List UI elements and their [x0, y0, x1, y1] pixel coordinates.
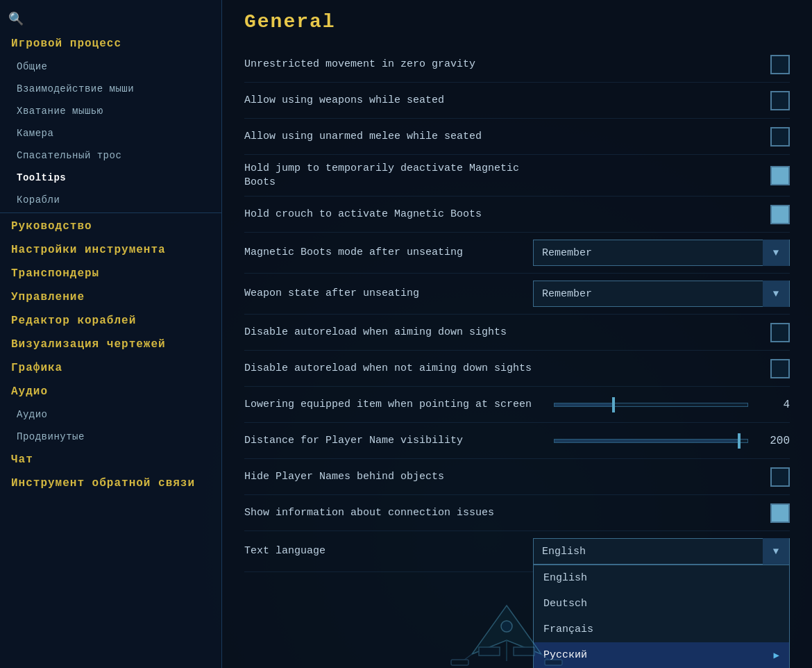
setting-disable-autoreload-no-ads: Disable autoreload when not aiming down …: [244, 351, 790, 387]
sidebar-item-ship-editor[interactable]: Редактор кораблей: [0, 309, 221, 333]
svg-rect-7: [451, 660, 468, 665]
svg-rect-3: [514, 647, 534, 656]
setting-unrestricted-zero-g: Unrestricted movement in zero gravity: [244, 47, 790, 83]
sidebar-item-ships[interactable]: Корабли: [0, 189, 221, 211]
sidebar-item-tool-settings[interactable]: Настройки инструмента: [0, 238, 221, 262]
sidebar-divider: [0, 212, 221, 213]
setting-weapon-state: Weapon state after unseating Remember ▼: [244, 274, 790, 315]
sidebar-item-gameplay[interactable]: Игровой процесс: [0, 32, 221, 56]
setting-label: Hold crouch to activate Magnetic Boots: [244, 208, 482, 222]
sidebar-item-manual[interactable]: Руководство: [0, 215, 221, 238]
search-icon: 🔍: [8, 11, 24, 26]
sidebar-item-blueprint-viz[interactable]: Визуализация чертежей: [0, 333, 221, 356]
dropdown-arrow-lang-icon: ▼: [763, 538, 789, 565]
setting-hide-player-names: Hide Player Names behind objects: [244, 459, 790, 495]
setting-label: Distance for Player Name visibility: [244, 434, 463, 448]
dropdown-magnetic-boots-mode[interactable]: Remember ▼: [533, 240, 790, 266]
setting-label: Allow using weapons while seated: [244, 94, 444, 108]
lang-option-english[interactable]: English: [534, 565, 789, 591]
spaceship-decoration: [437, 599, 576, 668]
setting-allow-weapons-seated: Allow using weapons while seated: [244, 83, 790, 119]
setting-label: Lowering equipped item when pointing at …: [244, 398, 532, 412]
dropdown-arrow-icon: ▼: [763, 281, 789, 307]
slider-fill: [555, 403, 612, 406]
sidebar-item-safety-rope[interactable]: Спасательный трос: [0, 144, 221, 167]
dropdown-text-language[interactable]: English ▼: [533, 538, 790, 565]
slider-thumb[interactable]: [738, 433, 741, 449]
dropdown-value: Remember: [534, 288, 763, 300]
setting-label: Show information about connection issues: [244, 506, 494, 520]
sidebar: 🔍 Игровой процесс Общие Взаимодействие м…: [0, 0, 222, 668]
sidebar-item-feedback[interactable]: Инструмент обратной связи: [0, 471, 221, 495]
checkbox-hide-player-names[interactable]: [770, 467, 790, 487]
slider-value-distance: 200: [755, 435, 790, 447]
setting-distance-player-name: Distance for Player Name visibility 200: [244, 423, 790, 459]
sidebar-item-general[interactable]: Общие: [0, 56, 221, 78]
checkbox-hold-crouch-magnetic[interactable]: [770, 205, 790, 224]
slider-value-lower-equipped: 4: [755, 399, 790, 411]
sidebar-item-controls[interactable]: Управление: [0, 285, 221, 309]
sidebar-item-tooltips[interactable]: Tooltips: [0, 167, 221, 189]
checkbox-allow-unarmed-seated[interactable]: [770, 127, 790, 147]
slider-track-lower-equipped[interactable]: [554, 403, 748, 407]
selection-cursor-icon: ▶: [774, 649, 779, 661]
setting-hold-jump-magnetic: Hold jump to temporarily deactivate Magn…: [244, 155, 790, 197]
sidebar-item-audio[interactable]: Аудио: [0, 403, 221, 426]
setting-label: Hide Player Names behind objects: [244, 470, 444, 484]
checkbox-connection-info[interactable]: [770, 503, 790, 523]
dropdown-value: English: [534, 546, 763, 558]
search-bar[interactable]: 🔍: [0, 6, 221, 32]
setting-disable-autoreload-ads: Disable autoreload when aiming down sigh…: [244, 315, 790, 351]
svg-rect-8: [545, 660, 562, 665]
setting-label: Disable autoreload when not aiming down …: [244, 362, 532, 376]
setting-allow-unarmed-seated: Allow using unarmed melee while seated: [244, 119, 790, 155]
setting-label: Hold jump to temporarily deactivate Magn…: [244, 162, 536, 189]
dropdown-value: Remember: [534, 247, 763, 259]
setting-label: Disable autoreload when aiming down sigh…: [244, 326, 507, 340]
setting-lower-equipped: Lowering equipped item when pointing at …: [244, 387, 790, 423]
sidebar-item-audio-advanced[interactable]: Продвинутые: [0, 426, 221, 448]
checkbox-allow-weapons-seated[interactable]: [770, 91, 790, 110]
checkbox-disable-autoreload-no-ads[interactable]: [770, 359, 790, 378]
sidebar-item-audio-header[interactable]: Аудио: [0, 380, 221, 403]
checkbox-disable-autoreload-ads[interactable]: [770, 323, 790, 342]
setting-label: Unrestricted movement in zero gravity: [244, 58, 475, 72]
setting-label: Magnetic Boots mode after unseating: [244, 246, 463, 260]
setting-label: Text language: [244, 544, 325, 558]
slider-container-distance: 200: [554, 435, 790, 447]
dropdown-weapon-state[interactable]: Remember ▼: [533, 281, 790, 307]
slider-track-distance[interactable]: [554, 439, 748, 443]
checkbox-unrestricted-zero-g[interactable]: [770, 55, 790, 74]
app-layout: 🔍 Игровой процесс Общие Взаимодействие м…: [0, 0, 812, 668]
setting-magnetic-boots-mode: Magnetic Boots mode after unseating Reme…: [244, 233, 790, 274]
setting-text-language: Text language English ▼ English Deutsch …: [244, 531, 790, 572]
sidebar-item-mouse-interaction[interactable]: Взаимодействие мыши: [0, 78, 221, 100]
setting-label: Weapon state after unseating: [244, 287, 419, 301]
main-content: General Unrestricted movement in zero gr…: [222, 0, 812, 668]
checkbox-hold-jump-magnetic[interactable]: [770, 166, 790, 185]
sidebar-item-camera[interactable]: Камера: [0, 122, 221, 144]
slider-fill: [555, 440, 738, 442]
setting-connection-info: Show information about connection issues: [244, 495, 790, 531]
svg-point-4: [501, 621, 512, 632]
setting-label: Allow using unarmed melee while seated: [244, 130, 482, 144]
slider-container-lower-equipped: 4: [554, 399, 790, 411]
section-title-general: General: [244, 11, 790, 33]
sidebar-item-graphics[interactable]: Графика: [0, 356, 221, 380]
slider-thumb[interactable]: [612, 397, 615, 412]
svg-rect-2: [479, 647, 500, 656]
sidebar-item-chat[interactable]: Чат: [0, 448, 221, 471]
sidebar-item-mouse-grab[interactable]: Хватание мышью: [0, 100, 221, 122]
dropdown-arrow-icon: ▼: [763, 240, 789, 266]
sidebar-item-transponders[interactable]: Транспондеры: [0, 262, 221, 285]
lang-dropdown-container: English ▼ English Deutsch Français Русск…: [533, 538, 790, 565]
setting-hold-crouch-magnetic: Hold crouch to activate Magnetic Boots: [244, 197, 790, 233]
